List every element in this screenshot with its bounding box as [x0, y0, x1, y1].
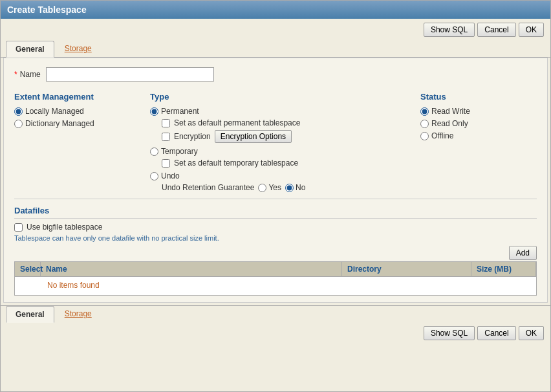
main-window: Create Tablespace Show SQL Cancel OK Gen… — [0, 0, 551, 392]
ok-button[interactable]: OK — [519, 23, 544, 37]
read-write-label: Read Write — [431, 107, 470, 116]
locally-managed-option[interactable]: Locally Managed — [14, 107, 137, 116]
temporary-radio[interactable] — [150, 147, 158, 156]
required-star: * — [14, 70, 17, 79]
undo-no-label: No — [296, 183, 305, 192]
status-section: Status Read Write Read Only Offline — [420, 92, 537, 192]
bottom-cancel-button[interactable]: Cancel — [477, 326, 515, 340]
datafiles-header: Datafiles — [14, 206, 537, 219]
locally-managed-radio[interactable] — [14, 107, 23, 116]
name-row: * Name — [14, 67, 537, 82]
read-only-label: Read Only — [431, 119, 468, 128]
temporary-option[interactable]: Temporary — [150, 147, 407, 156]
add-button[interactable]: Add — [509, 246, 537, 260]
no-items-message: No items found — [15, 277, 536, 294]
top-tabs: General Storage — [6, 41, 545, 57]
table-body: No items found — [14, 276, 537, 296]
col-directory: Directory — [342, 262, 471, 276]
undo-no-option[interactable]: No — [285, 183, 305, 192]
extent-radio-group: Locally Managed Dictionary Managed — [14, 107, 137, 128]
default-temporary-checkbox[interactable] — [162, 159, 170, 168]
col-select: Select — [15, 262, 41, 276]
col-size: Size (MB) — [471, 262, 536, 276]
type-section: Type Permanent Set as default permanent … — [150, 92, 407, 192]
tab-general-label: General — [16, 45, 45, 54]
top-toolbar: Show SQL Cancel OK — [1, 19, 550, 41]
divider — [14, 199, 537, 199]
undo-yes-label: Yes — [268, 183, 281, 192]
undo-no-radio[interactable] — [285, 184, 294, 192]
bottom-ok-button[interactable]: OK — [519, 326, 544, 340]
bottom-tab-general[interactable]: General — [6, 306, 54, 323]
encryption-label: Encryption — [174, 132, 211, 141]
tab-general[interactable]: General — [6, 41, 54, 58]
undo-yes-radio[interactable] — [258, 184, 266, 192]
extent-management-section: Extent Management Locally Managed Dictio… — [14, 92, 137, 192]
permanent-radio[interactable] — [150, 107, 158, 116]
permanent-suboptions: Set as default permanent tablespace Encr… — [162, 118, 407, 143]
offline-radio[interactable] — [420, 132, 429, 140]
default-temporary-label: Set as default temporary tablespace — [174, 158, 298, 168]
window-title: Create Tablespace — [7, 5, 87, 15]
main-content: * Name Extent Management Locally Managed… — [3, 58, 548, 303]
bigfile-row: Use bigfile tablespace — [14, 223, 537, 232]
undo-option[interactable]: Undo — [150, 171, 407, 180]
show-sql-button[interactable]: Show SQL — [424, 23, 475, 37]
default-permanent-checkbox[interactable] — [162, 119, 170, 127]
extent-management-header: Extent Management — [14, 92, 137, 102]
col-name: Name — [41, 262, 342, 276]
type-header: Type — [150, 92, 407, 102]
bottom-show-sql-button[interactable]: Show SQL — [424, 326, 475, 340]
encryption-checkbox[interactable] — [162, 133, 170, 141]
temporary-label: Temporary — [161, 147, 198, 156]
status-header: Status — [420, 92, 537, 102]
bottom-tabs: General Storage — [6, 306, 545, 322]
bigfile-checkbox[interactable] — [14, 223, 23, 232]
name-label: Name — [20, 70, 41, 79]
dictionary-managed-label: Dictionary Managed — [25, 119, 94, 128]
encryption-option: Encryption Encryption Options — [162, 130, 407, 143]
bottom-toolbar: Show SQL Cancel OK — [1, 322, 550, 344]
offline-option[interactable]: Offline — [420, 131, 537, 140]
title-bar: Create Tablespace — [1, 1, 550, 19]
permanent-option[interactable]: Permanent — [150, 107, 407, 116]
top-tabs-container: General Storage — [1, 41, 550, 58]
bottom-tab-storage[interactable]: Storage — [56, 306, 101, 322]
table-header: Select Name Directory Size (MB) — [14, 261, 537, 276]
default-permanent-option: Set as default permanent tablespace — [162, 118, 407, 127]
default-permanent-label: Set as default permanent tablespace — [174, 118, 300, 127]
bottom-tab-general-label: General — [16, 310, 45, 319]
undo-retention-row: Undo Retention Guarantee Yes No — [162, 183, 407, 192]
undo-retention-label: Undo Retention Guarantee — [162, 183, 254, 192]
locally-managed-label: Locally Managed — [25, 107, 84, 116]
read-write-radio[interactable] — [420, 107, 429, 116]
bottom-tab-storage-label: Storage — [65, 309, 92, 318]
permanent-label: Permanent — [161, 107, 199, 116]
bigfile-label: Use bigfile tablespace — [27, 223, 102, 232]
default-temporary-option: Set as default temporary tablespace — [162, 158, 407, 168]
undo-yes-option[interactable]: Yes — [258, 183, 281, 192]
dictionary-managed-option[interactable]: Dictionary Managed — [14, 119, 137, 128]
three-col-layout: Extent Management Locally Managed Dictio… — [14, 92, 537, 192]
undo-radio[interactable] — [150, 172, 158, 180]
read-write-option[interactable]: Read Write — [420, 107, 537, 116]
temporary-suboptions: Set as default temporary tablespace — [162, 158, 407, 168]
bigfile-note: Tablespace can have only one datafile wi… — [14, 234, 537, 242]
tab-storage[interactable]: Storage — [56, 41, 101, 57]
bottom-tabs-bar: General Storage — [1, 305, 550, 322]
tab-storage-label: Storage — [65, 44, 92, 53]
dictionary-managed-radio[interactable] — [14, 120, 23, 128]
offline-label: Offline — [431, 131, 453, 140]
status-radio-group: Read Write Read Only Offline — [420, 107, 537, 140]
datafiles-section: Datafiles Use bigfile tablespace Tablesp… — [14, 199, 537, 296]
add-row: Add — [14, 246, 537, 260]
cancel-button[interactable]: Cancel — [477, 23, 515, 37]
read-only-option[interactable]: Read Only — [420, 119, 537, 128]
encryption-options-button[interactable]: Encryption Options — [215, 130, 292, 143]
name-input[interactable] — [46, 67, 214, 82]
undo-label: Undo — [161, 171, 180, 180]
read-only-radio[interactable] — [420, 120, 429, 128]
